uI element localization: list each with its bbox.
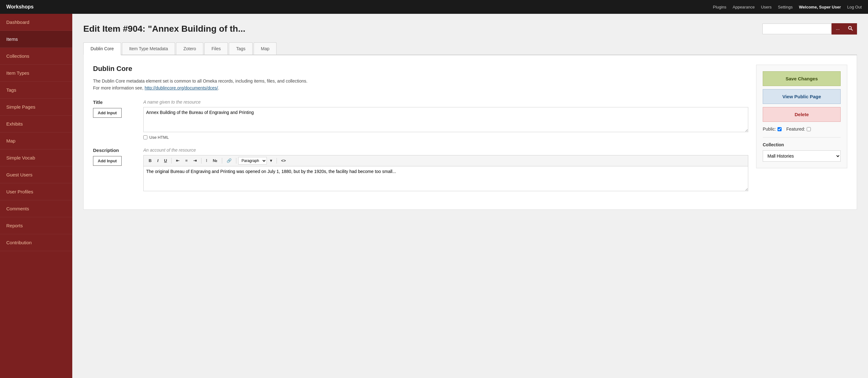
toolbar-format-select[interactable]: Paragraph: [238, 157, 267, 165]
search-icon: [848, 26, 853, 31]
description-suffix: .: [218, 85, 219, 91]
toolbar-align-right[interactable]: ⇥: [191, 157, 199, 164]
title-use-html-checkbox[interactable]: [143, 135, 147, 139]
toolbar-separator-1: [171, 158, 172, 164]
sidebar-item-simple-vocab[interactable]: Simple Vocab: [0, 149, 72, 166]
description-label-col: Description Add Input: [93, 147, 137, 166]
side-panel-box: Save Changes View Public Page Delete Pub…: [756, 65, 847, 168]
main-form: Dublin Core The Dublin Core metadata ele…: [93, 65, 748, 200]
nav-plugins[interactable]: Plugins: [713, 5, 726, 9]
description-text-2: For more information see,: [93, 85, 145, 91]
content-area: Dublin Core The Dublin Core metadata ele…: [83, 55, 857, 210]
nav-users[interactable]: Users: [761, 5, 772, 9]
search-dots-button[interactable]: ···: [832, 23, 844, 35]
toolbar-separator-3: [222, 158, 222, 164]
collection-select[interactable]: Mall Histories None: [763, 150, 841, 162]
top-nav-links: Plugins Appearance Users Settings Welcom…: [713, 5, 862, 9]
toolbar-code[interactable]: <>: [279, 157, 288, 164]
top-navigation: Workshops Plugins Appearance Users Setti…: [0, 0, 868, 14]
page-header: Edit Item #904: "Annex Building of th...…: [83, 23, 857, 35]
title-add-input-button[interactable]: Add Input: [93, 108, 122, 118]
welcome-text: Welcome, Super User: [799, 5, 841, 9]
sidebar-item-exhibits[interactable]: Exhibits: [0, 115, 72, 133]
dublin-core-description: The Dublin Core metadata element set is …: [93, 77, 748, 92]
title-input-col: A name given to the resource Annex Build…: [143, 100, 748, 140]
svg-line-1: [851, 29, 852, 30]
save-changes-button[interactable]: Save Changes: [763, 71, 841, 86]
header-search: ···: [763, 23, 857, 35]
dublin-core-title: Dublin Core: [93, 65, 748, 73]
tab-map[interactable]: Map: [254, 42, 277, 55]
rich-text-toolbar: B I U ⇤ ≡ ⇥ ⁝ № 🔗: [143, 155, 748, 166]
main-content: Edit Item #904: "Annex Building of th...…: [72, 14, 868, 378]
toolbar-separator-5: [277, 158, 277, 164]
main-layout: Dashboard Items Collections Item Types T…: [0, 14, 868, 378]
title-label: Title: [93, 100, 137, 105]
toolbar-separator-2: [201, 158, 202, 164]
svg-point-0: [848, 26, 851, 29]
delete-button[interactable]: Delete: [763, 107, 841, 122]
sidebar-item-contribution[interactable]: Contribution: [0, 234, 72, 251]
public-featured-row: Public: Featured:: [763, 127, 841, 132]
page-title: Edit Item #904: "Annex Building of th...: [83, 24, 245, 34]
dublin-core-link[interactable]: http://dublincore.org/documents/dces/: [145, 85, 218, 91]
toolbar-align-left[interactable]: ⇤: [174, 157, 182, 164]
sidebar-item-guest-users[interactable]: Guest Users: [0, 166, 72, 183]
panel-divider: [763, 137, 841, 138]
sidebar-item-items[interactable]: Items: [0, 31, 72, 48]
toolbar-align-center[interactable]: ≡: [183, 157, 190, 164]
title-use-html-label: Use HTML: [149, 135, 169, 140]
tab-dublin-core[interactable]: Dublin Core: [83, 42, 121, 55]
toolbar-bold[interactable]: B: [146, 157, 154, 164]
featured-text: Featured:: [786, 127, 805, 132]
tab-item-type-metadata[interactable]: Item Type Metadata: [122, 42, 175, 55]
side-panel: Save Changes View Public Page Delete Pub…: [756, 65, 847, 200]
description-hint: An account of the resource: [143, 147, 748, 152]
view-public-page-button[interactable]: View Public Page: [763, 89, 841, 104]
nav-settings[interactable]: Settings: [778, 5, 793, 9]
description-add-input-button[interactable]: Add Input: [93, 156, 122, 166]
collection-label: Collection: [763, 142, 841, 147]
description-field-row: Description Add Input An account of the …: [93, 147, 748, 192]
sidebar-item-user-profiles[interactable]: User Profiles: [0, 183, 72, 200]
sidebar-item-item-types[interactable]: Item Types: [0, 65, 72, 82]
sidebar-item-map[interactable]: Map: [0, 133, 72, 149]
toolbar-link[interactable]: 🔗: [224, 157, 234, 164]
title-textarea[interactable]: Annex Building of the Bureau of Engravin…: [143, 107, 748, 132]
featured-checkbox[interactable]: [807, 127, 811, 131]
logout-link[interactable]: Log Out: [847, 5, 862, 9]
sidebar-item-simple-pages[interactable]: Simple Pages: [0, 99, 72, 115]
description-label: Description: [93, 147, 137, 153]
title-hint: A name given to the resource: [143, 100, 748, 105]
search-input[interactable]: [763, 24, 832, 34]
description-textarea[interactable]: The original Bureau of Engraving and Pri…: [143, 166, 748, 191]
tab-files[interactable]: Files: [204, 42, 228, 55]
brand-title: Workshops: [6, 4, 34, 10]
public-text: Public:: [763, 127, 776, 132]
toolbar-underline[interactable]: U: [161, 157, 169, 164]
tab-tags[interactable]: Tags: [229, 42, 253, 55]
tab-bar: Dublin Core Item Type Metadata Zotero Fi…: [83, 42, 857, 55]
sidebar: Dashboard Items Collections Item Types T…: [0, 14, 72, 378]
description-text-1: The Dublin Core metadata element set is …: [93, 78, 307, 83]
search-icon-button[interactable]: [844, 23, 857, 35]
public-label[interactable]: Public:: [763, 127, 782, 132]
toolbar-dropdown-btn[interactable]: ▾: [268, 157, 275, 164]
nav-appearance[interactable]: Appearance: [733, 5, 754, 9]
toolbar-unordered-list[interactable]: ⁝: [203, 157, 210, 164]
title-label-col: Title Add Input: [93, 100, 137, 118]
description-input-col: An account of the resource B I U ⇤ ≡ ⇥ ⁝…: [143, 147, 748, 192]
tab-zotero[interactable]: Zotero: [176, 42, 203, 55]
sidebar-item-reports[interactable]: Reports: [0, 217, 72, 234]
toolbar-separator-4: [236, 158, 236, 164]
featured-label[interactable]: Featured:: [786, 127, 811, 132]
title-use-html-row: Use HTML: [143, 135, 748, 140]
toolbar-ordered-list[interactable]: №: [210, 157, 220, 164]
toolbar-italic[interactable]: I: [155, 157, 161, 164]
sidebar-item-collections[interactable]: Collections: [0, 48, 72, 65]
sidebar-item-comments[interactable]: Comments: [0, 200, 72, 217]
public-checkbox[interactable]: [777, 127, 782, 131]
sidebar-item-dashboard[interactable]: Dashboard: [0, 14, 72, 31]
title-field-row: Title Add Input A name given to the reso…: [93, 100, 748, 140]
sidebar-item-tags[interactable]: Tags: [0, 82, 72, 99]
